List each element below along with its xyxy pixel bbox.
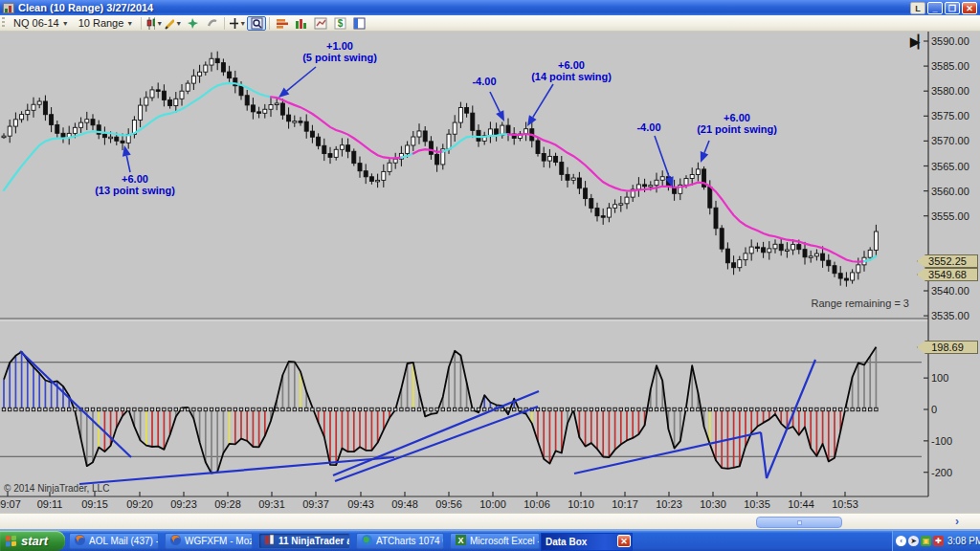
price-tick-label: 3575.00 <box>931 110 969 121</box>
time-axis-label: 09:07 <box>0 498 21 510</box>
indicator-tick-label: 100 <box>931 372 948 384</box>
instrument-link-button[interactable]: L <box>910 2 925 14</box>
minimize-button[interactable]: _ <box>927 2 943 14</box>
data-box-close-button[interactable]: ✕ <box>617 535 631 547</box>
price-tick-label: 3570.00 <box>931 135 969 146</box>
time-axis-label: 09:56 <box>435 498 462 510</box>
copyright-label: © 2014 NinjaTrader, LLC <box>4 483 109 494</box>
swing-annotation: -4.00 <box>636 121 660 133</box>
chart-properties-button[interactable] <box>311 16 330 31</box>
chevron-down-icon: ▼ <box>156 20 163 27</box>
pointer-icon[interactable]: ➤ <box>908 536 919 546</box>
toolbar-separator <box>141 17 142 30</box>
taskbar-task-firefox[interactable]: WGFXFM - Mozilla Fir... <box>165 533 253 549</box>
chevron-down-icon: ▼ <box>62 20 69 27</box>
firefox-icon <box>74 534 86 548</box>
update-icon[interactable]: ▣ <box>921 536 931 546</box>
output-window-button[interactable] <box>349 16 368 31</box>
windows-logo-icon <box>6 536 17 547</box>
interval-selector[interactable]: 10 Range ▼ <box>74 15 139 31</box>
data-box-title-bar[interactable]: Data Box ✕ <box>542 534 632 550</box>
swing-annotation: +6.00(21 point swing) <box>697 112 777 135</box>
time-axis-label: 10:10 <box>568 498 594 510</box>
close-button[interactable]: ✕ <box>962 2 977 14</box>
time-axis-label: 09:48 <box>391 498 418 510</box>
go-to-last-bar-icon[interactable]: ▶▏ <box>910 34 925 49</box>
start-label: start <box>21 534 48 548</box>
time-axis-label: 10:44 <box>788 498 814 510</box>
time-axis-label: 10:00 <box>479 498 506 510</box>
instrument-selector[interactable]: NQ 06-14 ▼ <box>9 15 74 31</box>
interval-label: 10 Range <box>78 17 124 29</box>
price-tick-label: 3580.00 <box>931 85 969 97</box>
time-axis-label: 10:35 <box>744 498 770 510</box>
chart-trader-button[interactable] <box>273 16 292 31</box>
chevron-down-icon: ▼ <box>175 20 182 27</box>
data-box-window[interactable]: Data Box ✕ <box>541 533 633 551</box>
taskbar: start AOL Mail (437) - Mozil...WGFXFM - … <box>0 531 980 551</box>
data-box-title: Data Box <box>546 537 587 547</box>
time-axis-label: 10:23 <box>656 498 682 510</box>
chart-plot-area[interactable] <box>0 32 980 530</box>
time-axis-label: 09:37 <box>302 498 329 510</box>
time-axis-label: 09:23 <box>170 498 197 510</box>
account-button[interactable]: $ <box>330 16 349 31</box>
price-tick-label: 3555.00 <box>931 210 969 222</box>
title-bar[interactable]: Clean (10 Range) 3/27/2014 L _ ❐ ✕ <box>0 0 980 15</box>
price-tick-label: 3540.00 <box>931 285 969 297</box>
task-label: 11 NinjaTrader appl... <box>278 536 350 546</box>
toolbar-grip[interactable] <box>2 17 5 29</box>
indicators-button[interactable] <box>292 16 311 31</box>
globe-icon <box>361 534 373 548</box>
taskbar-task-globe[interactable]: ATCharts 1074 CL_E... <box>356 533 444 549</box>
task-label: Microsoft Excel - TLB.xls <box>470 536 540 546</box>
security-shield-icon[interactable]: ✚ <box>933 536 944 546</box>
price-tick-label: 3535.00 <box>931 310 969 321</box>
time-axis-label: 09:11 <box>37 498 63 510</box>
range-remaining-label: Range remaining = 3 <box>812 298 909 309</box>
taskbar-task-excel[interactable]: XMicrosoft Excel - TLB.xls <box>450 533 540 549</box>
task-label: ATCharts 1074 CL_E... <box>376 536 444 546</box>
time-axis-label: 09:43 <box>347 498 374 510</box>
crosshair-button[interactable]: ▼ <box>228 16 247 31</box>
zoom-out-button[interactable] <box>202 16 221 31</box>
task-label: WGFXFM - Mozilla Fir... <box>185 536 253 546</box>
time-axis-label: 10:30 <box>700 498 726 510</box>
chevron-down-icon: ▼ <box>126 20 133 27</box>
swing-annotation: +6.00(14 point swing) <box>531 59 612 82</box>
taskbar-task-nt[interactable]: 11 NinjaTrader appl...▼ <box>258 533 350 549</box>
svg-text:$: $ <box>338 18 344 29</box>
chart-style-button[interactable]: ▼ <box>145 16 164 31</box>
drawing-tools-button[interactable]: ▼ <box>164 16 183 31</box>
data-box-button[interactable] <box>247 16 266 31</box>
time-axis-label: 10:06 <box>523 498 550 510</box>
horizontal-scrollbar-thumb[interactable] <box>756 517 842 528</box>
window-title: Clean (10 Range) 3/27/2014 <box>18 2 153 13</box>
time-axis-label: 09:20 <box>126 498 153 510</box>
hide-icons-chevron-icon[interactable]: ‹ <box>896 536 906 546</box>
swing-annotation: -4.00 <box>472 76 496 87</box>
chart-scroll-strip: › <box>0 513 980 530</box>
taskbar-task-firefox[interactable]: AOL Mail (437) - Mozil... <box>69 533 159 549</box>
app-icon <box>3 3 14 13</box>
price-tick-label: 3585.00 <box>931 60 969 72</box>
time-axis-label: 09:15 <box>81 498 108 510</box>
app-window: Clean (10 Range) 3/27/2014 L _ ❐ ✕ NQ 06… <box>0 0 980 551</box>
time-axis-label: 10:53 <box>832 498 858 510</box>
indicator-tick-label: 0 <box>931 404 937 415</box>
chart-region: 3590.003585.003580.003575.003570.003565.… <box>0 32 980 530</box>
restore-button[interactable]: ❐ <box>945 2 960 14</box>
chevron-down-icon: ▼ <box>239 20 246 27</box>
price-tick-label: 3590.00 <box>931 35 969 47</box>
zoom-in-button[interactable] <box>183 16 202 31</box>
instrument-label: NQ 06-14 <box>13 17 59 29</box>
scroll-right-chevron-icon[interactable]: › <box>955 515 959 528</box>
chart-toolbar: NQ 06-14 ▼ 10 Range ▼ ▼▼▼$ <box>0 15 980 32</box>
indicator-value-box: 198.69 <box>917 341 978 354</box>
start-button[interactable]: start <box>0 531 65 551</box>
excel-icon: X <box>455 534 467 548</box>
indicator-tick-label: -200 <box>931 467 952 478</box>
indicator-tick-label: -100 <box>931 435 952 447</box>
last-price-box: 3552.25 <box>917 254 978 268</box>
time-axis-label: 09:31 <box>258 498 285 510</box>
